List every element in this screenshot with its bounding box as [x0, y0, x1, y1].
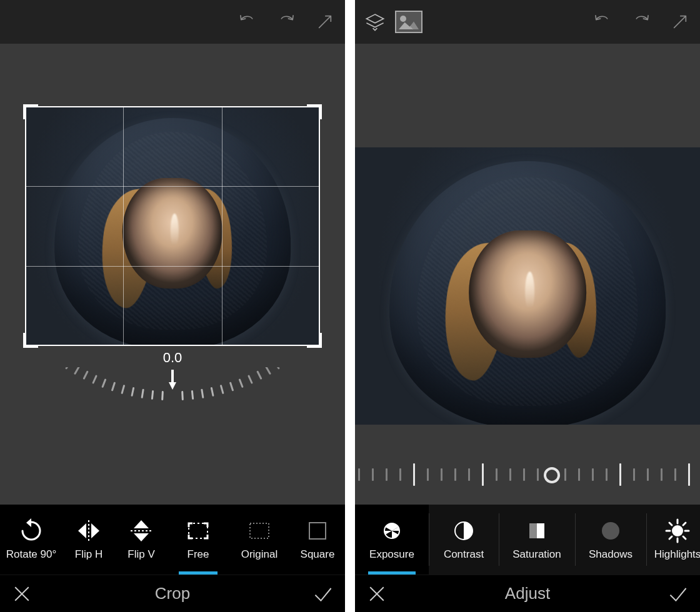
compare-original-button[interactable]	[395, 11, 422, 33]
aspect-free-icon	[186, 518, 211, 543]
flip-v-icon	[129, 518, 154, 543]
crop-handle-bl[interactable]	[23, 333, 38, 348]
saturation-icon	[524, 518, 549, 543]
fullscreen-button[interactable]	[311, 8, 339, 36]
svg-line-18	[240, 380, 242, 387]
highlights-icon	[665, 518, 690, 543]
svg-rect-61	[309, 523, 326, 539]
svg-line-21	[211, 388, 213, 395]
tool-highlights[interactable]: Highlights	[646, 505, 700, 575]
tool-contrast[interactable]: Contrast	[429, 505, 499, 575]
svg-line-19	[231, 383, 233, 390]
svg-line-29	[122, 386, 124, 393]
svg-line-25	[162, 392, 163, 400]
redo-button[interactable]	[272, 8, 300, 36]
svg-line-17	[249, 376, 252, 383]
svg-line-28	[132, 388, 134, 395]
adjust-canvas[interactable]	[355, 44, 700, 505]
flip-h-icon	[76, 518, 101, 543]
topbar-crop	[0, 0, 345, 44]
svg-line-33	[84, 372, 87, 378]
tool-label: Flip V	[128, 548, 154, 561]
svg-marker-52	[26, 518, 31, 527]
undo-button[interactable]	[234, 8, 261, 36]
redo-button[interactable]	[628, 8, 655, 36]
tool-shadows[interactable]: Shadows	[575, 505, 646, 575]
exposure-icon	[379, 518, 404, 543]
fullscreen-button[interactable]	[666, 8, 694, 36]
confirm-button[interactable]	[662, 578, 694, 610]
svg-rect-59	[189, 523, 208, 538]
crop-handle-tl[interactable]	[23, 104, 38, 119]
svg-line-23	[192, 391, 192, 398]
svg-line-31	[102, 380, 105, 387]
tool-label: Exposure	[369, 548, 414, 561]
cancel-button[interactable]	[361, 578, 392, 610]
tool-flip-h[interactable]: Flip H	[62, 505, 115, 575]
bottombar-crop: Crop	[0, 575, 345, 612]
screen-title: Adjust	[392, 584, 662, 603]
svg-line-22	[202, 390, 203, 397]
layers-button[interactable]	[361, 8, 389, 36]
svg-line-74	[683, 536, 686, 539]
confirm-button[interactable]	[308, 578, 339, 610]
aspect-square-icon	[305, 518, 330, 543]
topbar-adjust	[355, 0, 700, 44]
svg-rect-60	[250, 523, 269, 538]
tool-exposure[interactable]: Exposure	[355, 505, 429, 575]
svg-marker-62	[366, 14, 383, 23]
cancel-button[interactable]	[6, 578, 38, 610]
shadows-icon	[598, 518, 623, 543]
adjust-toolstrip: Exposure Contrast Saturation Shadows	[355, 505, 700, 575]
adjust-screen: Exposure Contrast Saturation Shadows	[355, 0, 700, 612]
tool-rotate-90[interactable]: Rotate 90°	[0, 505, 62, 575]
svg-line-26	[152, 391, 152, 398]
rotate-90-icon	[19, 518, 44, 543]
aspect-original-icon	[247, 518, 272, 543]
crop-handle-tr[interactable]	[307, 104, 322, 119]
svg-line-27	[142, 390, 143, 397]
bottombar-adjust: Adjust	[355, 575, 700, 612]
photo-preview	[355, 147, 700, 425]
tool-label: Saturation	[512, 548, 561, 561]
tool-label: Rotate 90°	[6, 548, 57, 561]
tool-label: Highlights	[654, 548, 700, 561]
crop-screen: 0.0 Rotate 90° Flip H	[0, 0, 345, 612]
svg-line-16	[258, 372, 261, 378]
svg-line-34	[75, 367, 79, 373]
crop-canvas[interactable]: 0.0	[0, 44, 345, 505]
svg-line-75	[683, 523, 686, 525]
svg-line-30	[112, 383, 115, 390]
svg-line-73	[669, 523, 672, 525]
tool-label: Original	[241, 548, 278, 561]
svg-line-32	[93, 376, 96, 383]
crop-frame[interactable]	[25, 106, 320, 346]
screen-title: Crop	[38, 584, 308, 603]
rotation-dial[interactable]: 0.0	[0, 350, 345, 448]
svg-rect-66	[537, 523, 544, 538]
svg-marker-57	[134, 520, 149, 528]
svg-line-24	[182, 392, 183, 400]
contrast-icon	[451, 518, 476, 543]
svg-marker-54	[78, 523, 86, 538]
svg-rect-65	[529, 523, 537, 538]
svg-marker-51	[169, 382, 176, 390]
tool-label: Free	[188, 548, 209, 561]
tool-label: Shadows	[589, 548, 632, 561]
crop-toolstrip: Rotate 90° Flip H Flip V Free	[0, 505, 345, 575]
tool-saturation[interactable]: Saturation	[499, 505, 575, 575]
svg-point-67	[602, 522, 619, 540]
tool-aspect-square[interactable]: Square	[290, 505, 345, 575]
tool-label: Contrast	[444, 548, 484, 561]
undo-button[interactable]	[589, 8, 616, 36]
svg-line-20	[221, 386, 223, 393]
tool-aspect-original[interactable]: Original	[229, 505, 290, 575]
adjust-slider[interactable]	[355, 456, 700, 493]
svg-line-14	[274, 367, 279, 368]
crop-handle-br[interactable]	[307, 333, 322, 348]
crop-border	[25, 106, 320, 346]
tool-flip-v[interactable]: Flip V	[115, 505, 168, 575]
tool-aspect-free[interactable]: Free	[168, 505, 229, 575]
rotation-value: 0.0	[163, 350, 182, 366]
svg-marker-58	[134, 533, 149, 541]
